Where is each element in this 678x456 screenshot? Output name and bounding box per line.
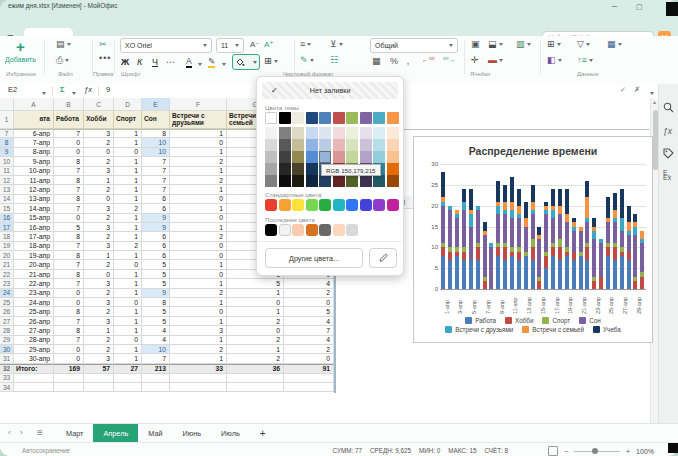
date-cell[interactable]: 29-апр bbox=[14, 345, 54, 354]
theme-color-swatch[interactable] bbox=[306, 112, 318, 124]
cell-style-icon[interactable]: ◧ bbox=[547, 55, 562, 65]
zoom-out-icon[interactable]: − bbox=[564, 448, 568, 455]
shade-swatch[interactable] bbox=[360, 151, 372, 163]
cell-size-icon[interactable]: ✛ bbox=[471, 55, 479, 65]
empty-cell[interactable] bbox=[84, 374, 114, 383]
value-cell[interactable]: 7 bbox=[142, 157, 170, 166]
value-cell[interactable]: 1 bbox=[114, 185, 142, 194]
date-cell[interactable]: 21-апр bbox=[14, 270, 54, 279]
date-cell[interactable]: 30-апр bbox=[14, 354, 54, 363]
empty-cell[interactable] bbox=[114, 383, 142, 392]
value-cell[interactable]: 0 bbox=[170, 242, 227, 251]
row-header-16[interactable]: 16 bbox=[0, 214, 14, 223]
date-cell[interactable]: 28-апр bbox=[14, 336, 54, 345]
row-header-1[interactable]: 1 bbox=[0, 111, 14, 129]
row-header-20[interactable]: 20 bbox=[0, 251, 14, 260]
value-cell[interactable]: 1 bbox=[114, 232, 142, 241]
value-cell[interactable]: 3 bbox=[170, 326, 227, 335]
tabs-list-icon[interactable]: ≡ bbox=[37, 427, 43, 438]
row-header-7[interactable]: 7 bbox=[0, 129, 14, 138]
value-cell[interactable]: 2 bbox=[227, 354, 284, 363]
tabs-next-icon[interactable]: › bbox=[20, 428, 23, 437]
sum-icon[interactable]: Σ bbox=[60, 85, 65, 94]
increase-decimal-icon[interactable]: ⁰⁰→ bbox=[443, 56, 456, 64]
minimize-button[interactable]: – bbox=[612, 1, 617, 11]
value-cell[interactable]: 2 bbox=[114, 204, 142, 213]
increase-font-icon[interactable]: A⁺ bbox=[264, 40, 274, 49]
shade-swatch[interactable] bbox=[373, 151, 385, 163]
value-cell[interactable]: 7 bbox=[142, 185, 170, 194]
value-cell[interactable]: 0 bbox=[54, 289, 84, 298]
value-cell[interactable]: 1 bbox=[170, 167, 227, 176]
row-header-25[interactable]: 25 bbox=[0, 298, 14, 307]
print-icon[interactable]: ⎙ bbox=[56, 55, 69, 66]
value-cell[interactable]: 1 bbox=[114, 167, 142, 176]
value-cell[interactable]: 1 bbox=[114, 176, 142, 185]
shade-swatch[interactable] bbox=[360, 127, 372, 139]
shade-swatch[interactable] bbox=[279, 163, 291, 175]
value-cell[interactable]: 5 bbox=[142, 307, 170, 316]
row-header-27[interactable]: 27 bbox=[0, 317, 14, 326]
empty-cell[interactable] bbox=[54, 383, 84, 392]
standard-color-swatch[interactable] bbox=[360, 199, 372, 211]
empty-cell[interactable] bbox=[170, 383, 227, 392]
value-cell[interactable]: 1 bbox=[227, 289, 284, 298]
value-cell[interactable]: 0 bbox=[114, 298, 142, 307]
shade-swatch[interactable] bbox=[292, 127, 304, 139]
standard-color-swatch[interactable] bbox=[333, 199, 345, 211]
recent-color-swatch[interactable] bbox=[306, 224, 318, 236]
value-cell[interactable]: 1 bbox=[114, 279, 142, 288]
empty-cell[interactable] bbox=[227, 374, 284, 383]
legend-item[interactable]: Встречи с семьей bbox=[522, 326, 584, 333]
panel-sort-icon[interactable]: Е˯Ех bbox=[663, 170, 671, 180]
value-cell[interactable]: 1 bbox=[227, 307, 284, 316]
value-cell[interactable]: 5 bbox=[142, 270, 170, 279]
shade-swatch[interactable] bbox=[292, 151, 304, 163]
wrap-text-icon[interactable]: ✎ bbox=[300, 55, 314, 65]
value-cell[interactable]: 2 bbox=[84, 185, 114, 194]
theme-color-swatch[interactable] bbox=[319, 112, 331, 124]
empty-cell[interactable] bbox=[284, 374, 334, 383]
value-cell[interactable]: 7 bbox=[54, 242, 84, 251]
empty-cell[interactable] bbox=[14, 383, 54, 392]
standard-color-swatch[interactable] bbox=[373, 199, 385, 211]
fx-icon[interactable]: ƒx bbox=[84, 85, 92, 94]
value-cell[interactable]: 0 bbox=[284, 354, 334, 363]
value-cell[interactable]: 0 bbox=[170, 307, 227, 316]
date-cell[interactable]: 16-апр bbox=[14, 223, 54, 232]
recent-color-swatch[interactable] bbox=[265, 224, 277, 236]
value-cell[interactable]: 2 bbox=[84, 138, 114, 147]
row-header-15[interactable]: 15 bbox=[0, 204, 14, 213]
shade-swatch[interactable] bbox=[373, 175, 385, 187]
shade-swatch[interactable] bbox=[360, 175, 372, 187]
value-cell[interactable]: 0 bbox=[227, 298, 284, 307]
value-cell[interactable]: 3 bbox=[84, 354, 114, 363]
value-cell[interactable]: 1 bbox=[114, 129, 142, 138]
value-cell[interactable]: 1 bbox=[170, 317, 227, 326]
value-cell[interactable]: 7 bbox=[284, 326, 334, 335]
date-cell[interactable]: 13-апр bbox=[14, 195, 54, 204]
row-header-8[interactable]: 8 bbox=[0, 138, 14, 147]
value-cell[interactable]: 4 bbox=[142, 326, 170, 335]
value-cell[interactable]: 10 bbox=[142, 345, 170, 354]
row-header-33[interactable]: 33 bbox=[0, 374, 14, 383]
shade-swatch[interactable] bbox=[333, 127, 345, 139]
empty-cell[interactable] bbox=[14, 374, 54, 383]
value-cell[interactable]: 0 bbox=[84, 195, 114, 204]
shade-swatch[interactable] bbox=[319, 139, 331, 151]
value-cell[interactable]: 2 bbox=[84, 260, 114, 269]
value-cell[interactable]: 4 bbox=[284, 336, 334, 345]
value-cell[interactable]: 0 bbox=[54, 214, 84, 223]
theme-color-swatch[interactable] bbox=[373, 112, 385, 124]
shade-swatch[interactable] bbox=[346, 127, 358, 139]
value-cell[interactable]: 4 bbox=[142, 336, 170, 345]
row-header-19[interactable]: 19 bbox=[0, 242, 14, 251]
value-cell[interactable]: 6 bbox=[142, 232, 170, 241]
value-cell[interactable]: 1 bbox=[114, 138, 142, 147]
shade-swatch[interactable] bbox=[333, 139, 345, 151]
value-cell[interactable]: 7 bbox=[54, 279, 84, 288]
standard-color-swatch[interactable] bbox=[319, 199, 331, 211]
empty-cell[interactable] bbox=[114, 374, 142, 383]
shade-swatch[interactable] bbox=[387, 175, 399, 187]
legend-item[interactable]: Учеба bbox=[593, 326, 621, 333]
